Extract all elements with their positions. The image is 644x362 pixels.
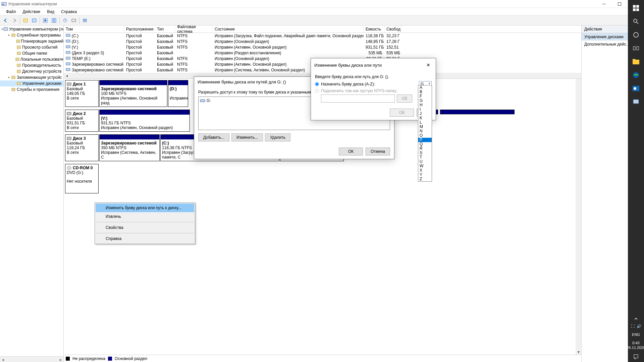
edge-icon[interactable]	[628, 68, 644, 82]
minimize-button[interactable]	[596, 0, 612, 8]
dlg2-radio-assign[interactable]: Назначить букву диска (A-Z): G	[315, 81, 432, 87]
dropdown-option[interactable]: Z	[418, 177, 432, 181]
clock[interactable]: 0:43 26.11.2020	[627, 339, 644, 351]
toolbar-separator	[79, 17, 79, 24]
tree-item[interactable]: ▾Служебные программы	[0, 32, 63, 38]
dlg1-cancel-button[interactable]: Отмена	[366, 147, 390, 156]
drive-icon	[200, 99, 205, 103]
menubar: Файл Действие Вид Справка	[0, 8, 644, 15]
svg-rect-34	[66, 68, 70, 71]
tree-hscrollbar[interactable]: ◂▸	[0, 356, 63, 362]
forward-button[interactable]	[10, 16, 18, 24]
table-row[interactable]: (Диск 3 раздел 3)ПростойБазовыйИсправен …	[64, 50, 581, 56]
svg-point-45	[634, 19, 637, 22]
toolbar-separator	[20, 17, 20, 24]
tree-item[interactable]: Диспетчер устройств	[0, 68, 63, 74]
dlg1-ok-button[interactable]: ОК	[339, 147, 363, 156]
col-capacity[interactable]: Емкость	[364, 25, 384, 33]
toolbar-btn-2[interactable]	[30, 16, 38, 24]
volume-icon[interactable]: 🔊	[637, 324, 641, 328]
context-menu-item[interactable]: Справка	[96, 234, 194, 243]
col-fs[interactable]: Файловая система	[175, 25, 213, 33]
tree-item[interactable]: Службы и приложения	[0, 86, 63, 93]
tree-item[interactable]: Локальные пользовате	[0, 56, 63, 62]
table-row[interactable]: (C:)ПростойБазовыйNTFSИсправен (Загрузка…	[64, 33, 581, 39]
toolbar	[0, 15, 644, 25]
running-app-icon[interactable]	[628, 95, 644, 109]
diskmap-vscrollbar[interactable]: ▾	[576, 79, 581, 355]
network-icon[interactable]: ⛶	[631, 324, 635, 328]
taskview-button[interactable]	[628, 42, 644, 55]
dlg2-radio-mount[interactable]: Подключить том как пустую NTFS-папку:	[315, 88, 432, 93]
toolbar-btn-7[interactable]	[81, 16, 89, 24]
dlg1-drive-entry[interactable]: G:	[207, 98, 211, 103]
volume-table-header[interactable]: Том Расположение Тип Файловая система Со…	[64, 25, 581, 33]
tray-icons[interactable]: ⛶ 🔊	[631, 323, 641, 330]
dlg2-ok-button[interactable]: ОК	[390, 109, 414, 117]
explorer-icon[interactable]	[628, 55, 644, 68]
disk-info[interactable]: Диск 3Базовый119,24 ГБВ сети	[65, 134, 99, 161]
tree-root[interactable]: ▾Управление компьютером (лс	[0, 26, 63, 32]
menu-help[interactable]: Справка	[58, 9, 80, 14]
partition[interactable]: (D:)Исправен	[168, 80, 188, 107]
toolbar-btn-5[interactable]	[61, 16, 69, 24]
menu-file[interactable]: Файл	[3, 9, 19, 14]
dlg1-title: Изменение буквы диска или путей для G: (…	[198, 79, 286, 84]
col-layout[interactable]: Расположение	[124, 25, 155, 33]
dlg1-change-button[interactable]: Изменить...	[231, 133, 263, 141]
start-button[interactable]	[628, 1, 644, 15]
toolbar-btn-6[interactable]	[70, 16, 78, 24]
outlook-icon[interactable]	[628, 82, 644, 95]
disk-info[interactable]: Диск 1Базовый149,05 ГБВ сети	[65, 80, 99, 107]
notifications-button[interactable]	[628, 351, 644, 362]
svg-rect-26	[17, 82, 20, 85]
context-menu-item[interactable]: Изменить букву диска или путь к диску...	[96, 203, 194, 212]
svg-rect-44	[636, 8, 639, 11]
letter-dropdown[interactable]: ABFGHIJKLMNOPQRSTUWXYZ	[418, 85, 432, 182]
titlebar: Управление компьютером	[0, 0, 644, 8]
toolbar-btn-4[interactable]	[50, 16, 58, 24]
partition-bar[interactable]	[440, 110, 515, 114]
radio-assign-letter[interactable]	[315, 82, 319, 86]
svg-rect-11	[54, 18, 56, 22]
menu-view[interactable]: Вид	[44, 9, 58, 14]
back-button[interactable]	[2, 16, 10, 24]
disk-info[interactable]: CD-ROM 0DVD (G:)Нет носителя	[65, 164, 99, 193]
col-status[interactable]: Состояние	[213, 25, 364, 33]
col-free[interactable]: Свобод	[384, 25, 401, 33]
maximize-button[interactable]	[612, 0, 627, 8]
toolbar-separator	[59, 17, 60, 24]
table-row[interactable]: (D:)ПростойБазовыйNTFSИсправен (Основной…	[64, 39, 581, 44]
svg-rect-27	[12, 88, 15, 91]
search-button[interactable]	[628, 15, 644, 28]
svg-rect-22	[16, 58, 19, 61]
svg-rect-41	[633, 5, 636, 8]
tree-item[interactable]: Просмотр событий	[0, 44, 63, 50]
dlg1-add-button[interactable]: Добавить...	[198, 133, 229, 141]
tray-expand-icon[interactable]	[628, 315, 644, 323]
col-type[interactable]: Тип	[155, 25, 175, 33]
svg-rect-32	[66, 57, 70, 59]
table-row[interactable]: (V:)ПростойБазовыйNTFSИсправен (Активен,…	[64, 44, 581, 50]
context-menu-item[interactable]: Извлечь	[96, 212, 194, 221]
cortana-button[interactable]	[628, 28, 644, 42]
tree-item[interactable]: ▾Запоминающие устройс	[0, 74, 63, 80]
tree-panel: ▾Управление компьютером (лс▾Служебные пр…	[0, 25, 64, 362]
menu-action[interactable]: Действие	[19, 9, 44, 14]
context-menu-item[interactable]: Свойства	[96, 223, 194, 232]
tree-item[interactable]: Планировщик заданий	[0, 38, 63, 44]
toolbar-btn-1[interactable]	[21, 16, 30, 24]
tree-item[interactable]: Управление дисками	[0, 80, 63, 86]
dlg1-delete-button[interactable]: Удалить	[265, 133, 290, 141]
tree-item[interactable]: Общие папки	[0, 50, 63, 56]
partition[interactable]: (V:)931,51 ГБ NTFSИсправен (Активен, Осн…	[99, 110, 190, 132]
tree-item[interactable]: Производительность	[0, 62, 63, 68]
svg-rect-21	[17, 52, 20, 55]
disk-info[interactable]: Диск 2Базовый931,51 ГБВ сети	[65, 110, 99, 132]
partition[interactable]: Зарезервировано системой350 МБ NTFSИспра…	[99, 134, 160, 161]
partition[interactable]: Зарезервировано системой100 МБ NTFSИспра…	[99, 80, 167, 107]
dlg2-close-button[interactable]: ✕	[424, 61, 432, 69]
col-volume[interactable]: Том	[64, 25, 124, 33]
toolbar-btn-3[interactable]	[41, 16, 49, 24]
language-indicator[interactable]: ENG	[632, 330, 640, 339]
